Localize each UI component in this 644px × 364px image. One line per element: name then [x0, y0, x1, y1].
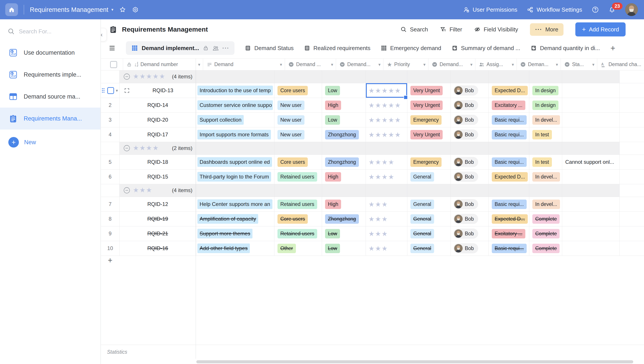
header-caret-icon[interactable]: ▾ — [423, 62, 428, 67]
priority-stars[interactable]: ★★★★★ — [366, 87, 401, 94]
demand-segment-cell[interactable]: Retained users — [274, 226, 322, 241]
urgency-chip[interactable]: Emergency — [410, 115, 442, 125]
demand-channel-cell[interactable] — [562, 98, 620, 112]
assignee-chip[interactable]: Bob — [454, 199, 478, 209]
field-visibility-button[interactable]: Field Visibility — [474, 26, 518, 33]
urgency-chip[interactable]: Very Urgent — [410, 86, 443, 95]
collapse-sidebar-button[interactable]: « — [101, 28, 106, 41]
table-row[interactable]: 6RQID-15Third-party login to the ForumRe… — [101, 169, 644, 184]
add-record-button[interactable]: + Add Record — [575, 23, 626, 37]
demand-type-cell[interactable]: Basic requi... — [489, 241, 529, 255]
row-handle-cell[interactable]: 10 — [101, 241, 120, 255]
priority-cell[interactable]: ★★★ — [366, 197, 407, 211]
demand-cell[interactable]: Third-party login to the Forum — [196, 169, 274, 184]
demand-level-cell[interactable]: High — [322, 98, 366, 112]
add-row[interactable]: + — [101, 256, 644, 270]
demand-segment-cell[interactable]: Core users — [274, 83, 322, 98]
header-caret-icon[interactable]: ▾ — [198, 62, 203, 67]
status-cell[interactable]: In devel... — [529, 113, 562, 127]
record-id-cell[interactable]: RQID-19 — [120, 212, 196, 226]
row-drag-handle[interactable] — [101, 88, 105, 93]
empty-cell[interactable] — [620, 212, 644, 226]
demand-level-cell[interactable]: Zhongzhong — [322, 127, 366, 142]
table-row[interactable]: 3RQID-20Support collectionNew userLow★★★… — [101, 113, 644, 127]
priority-cell[interactable]: ★★★ — [366, 241, 407, 255]
assignee-chip[interactable]: Bob — [454, 214, 478, 224]
sidebar-item-use-documentation[interactable]: Use documentation — [0, 42, 100, 64]
segment-chip[interactable]: Core users — [278, 86, 308, 95]
tab-more-icon[interactable]: ··· — [222, 45, 230, 52]
priority-cell[interactable]: ★★★ — [366, 212, 407, 226]
column-header-assignee[interactable]: Assig...▾ — [475, 59, 517, 70]
header-caret-icon[interactable]: ▾ — [592, 62, 597, 67]
urgency-chip[interactable]: Emergency — [410, 157, 442, 167]
status-chip[interactable]: In devel... — [532, 115, 560, 125]
notifications-button[interactable]: 23 — [608, 6, 616, 13]
column-header-demand-number[interactable]: ↓12Demand number▾ — [123, 59, 203, 70]
demand-urgency-cell[interactable]: General — [407, 226, 451, 241]
record-id-cell[interactable]: RQID-20 — [120, 113, 196, 127]
demand-urgency-cell[interactable]: General — [407, 212, 451, 226]
empty-cell[interactable] — [620, 197, 644, 211]
segment-chip[interactable]: Retained users — [278, 229, 317, 238]
segment-chip[interactable]: Other — [278, 244, 296, 253]
status-chip[interactable]: Complete — [532, 244, 560, 253]
collapse-group-icon[interactable] — [124, 145, 130, 152]
level-chip[interactable]: Low — [325, 229, 340, 238]
demand-urgency-cell[interactable]: General — [407, 169, 451, 184]
table-row[interactable]: 5RQID-18Dashboards support online edCore… — [101, 155, 644, 169]
empty-cell[interactable] — [620, 169, 644, 184]
segment-chip[interactable]: Core users — [278, 214, 308, 224]
demand-level-cell[interactable]: Low — [322, 226, 366, 241]
record-id-cell[interactable]: RQID-13 — [120, 83, 196, 98]
demand-type-cell[interactable]: Basic requi... — [489, 197, 529, 211]
demand-cell[interactable]: Dashboards support online ed — [196, 155, 274, 169]
row-handle-cell[interactable]: 3 — [101, 113, 120, 127]
demand-level-cell[interactable]: High — [322, 197, 366, 211]
urgency-chip[interactable]: General — [410, 214, 434, 224]
column-header-demand[interactable]: Demand▾ — [203, 59, 285, 70]
priority-stars[interactable]: ★★★ — [366, 245, 388, 252]
demand-level-cell[interactable]: Zhongzhong — [322, 155, 366, 169]
type-chip[interactable]: Expected D... — [492, 214, 528, 224]
sidebar-item-demand-source[interactable]: Demand source ma... — [0, 86, 100, 108]
table-row[interactable]: 9RQID-21Support more themesRetained user… — [101, 226, 644, 241]
segment-chip[interactable]: New user — [278, 130, 304, 139]
status-chip[interactable]: Complete — [532, 229, 560, 238]
assignee-chip[interactable]: Bob — [454, 172, 478, 182]
select-all-checkbox[interactable] — [110, 61, 117, 68]
record-id-cell[interactable]: RQID-17 — [120, 127, 196, 142]
assignee-chip[interactable]: Bob — [454, 100, 478, 110]
urgency-chip[interactable]: General — [410, 229, 434, 238]
demand-channel-cell[interactable] — [562, 83, 620, 98]
demand-channel-cell[interactable] — [562, 226, 620, 241]
help-icon[interactable] — [592, 6, 599, 13]
urgency-chip[interactable]: General — [410, 244, 434, 253]
record-id-cell[interactable]: RQID-16 — [120, 241, 196, 255]
priority-stars[interactable]: ★★★★★ — [366, 116, 401, 124]
demand-type-cell[interactable]: Excitatory ... — [489, 226, 529, 241]
assignee-cell[interactable]: Bob — [451, 155, 489, 169]
status-cell[interactable]: Complete — [529, 212, 562, 226]
demand-segment-cell[interactable]: Core users — [274, 155, 322, 169]
priority-stars[interactable]: ★★★★ — [366, 173, 395, 181]
sidebar-item-requirements-implementation[interactable]: Requirements imple... — [0, 64, 100, 86]
table-row[interactable]: 7RQID-12Help Center supports more anReta… — [101, 197, 644, 212]
status-cell[interactable]: In test — [529, 127, 562, 142]
demand-level-cell[interactable]: High — [322, 169, 366, 184]
row-checkbox[interactable] — [107, 87, 114, 94]
empty-cell[interactable] — [620, 127, 644, 142]
user-avatar[interactable] — [625, 3, 638, 16]
demand-segment-cell[interactable]: Core users — [274, 212, 322, 226]
demand-channel-cell[interactable] — [562, 241, 620, 255]
tab-emergency-demand[interactable]: Emergency demand — [380, 45, 441, 52]
demand-channel-cell[interactable] — [562, 127, 620, 142]
demand-type-cell[interactable]: Expected D... — [489, 169, 529, 184]
workflow-settings-button[interactable]: Workflow Settings — [527, 6, 582, 13]
priority-stars[interactable]: ★★★★ — [366, 158, 395, 166]
type-chip[interactable]: Basic requi... — [492, 115, 527, 125]
sidebar-search-input[interactable]: Search For... — [8, 28, 100, 35]
row-handle-cell[interactable]: 8 — [101, 212, 120, 226]
lock-icon[interactable] — [203, 45, 209, 51]
segment-chip[interactable]: Retained users — [278, 200, 317, 209]
